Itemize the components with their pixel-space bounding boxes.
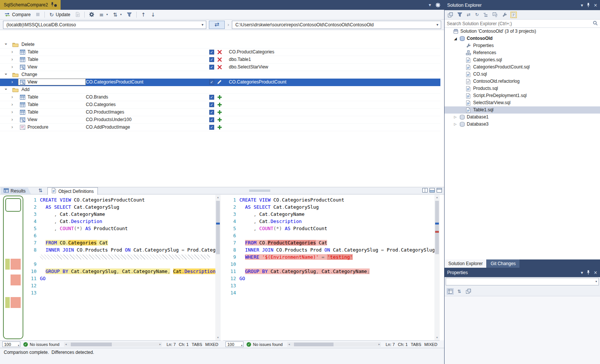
chevron-down-icon[interactable]: ▾ (429, 3, 431, 7)
tab-results[interactable]: Results (1, 188, 31, 194)
search-icon[interactable] (593, 21, 598, 26)
tree-item-selectstarview-sql[interactable]: SelectStarView.sql (445, 99, 600, 106)
compare-button[interactable]: Compare (2, 11, 33, 19)
expander-chevron-icon[interactable]: › (11, 57, 13, 62)
include-checkbox[interactable]: ✓ (209, 80, 214, 85)
expander-chevron-icon[interactable]: › (11, 49, 13, 55)
include-checkbox[interactable]: ✓ (209, 95, 214, 100)
expander-chevron-icon[interactable]: › (11, 124, 13, 130)
scrollbar-thumb[interactable] (216, 201, 220, 254)
compare-row[interactable]: ›View✓dbo.SelectStarView (0, 64, 440, 71)
scrollbar-thumb[interactable] (435, 201, 439, 254)
horizontal-scrollbar[interactable]: ◂▸ (287, 342, 381, 347)
tree-item-contosoold-refactorlog[interactable]: ContosoOld.refactorlog (445, 78, 600, 85)
filter-pending-changes-icon[interactable] (457, 12, 463, 17)
expander-chevron-icon[interactable]: › (11, 117, 13, 122)
tree-item-database3[interactable]: ▷Database3 (445, 121, 600, 128)
include-checkbox[interactable]: ✓ (209, 57, 214, 62)
show-all-files-icon[interactable] (511, 12, 516, 18)
compare-row[interactable]: ›TableCO.Brands✓ (0, 94, 440, 101)
scrollbar-thumb[interactable] (294, 343, 334, 346)
sync-with-active-document-icon[interactable]: ⇄ (466, 12, 471, 17)
properties-object-combobox[interactable]: ▾ (445, 277, 600, 287)
refresh-icon[interactable]: ↻ (474, 12, 480, 17)
expander-chevron-icon[interactable]: › (11, 64, 13, 70)
splitter-handle[interactable] (249, 189, 270, 192)
tree-item-solution-contosoold-3-of-3-projects[interactable]: Solution 'ContosoOld' (3 of 3 projects) (445, 28, 600, 35)
compare-row[interactable]: ›TableCO.ProductImages✓ (0, 109, 440, 116)
include-checkbox[interactable]: ✓ (209, 117, 214, 122)
tree-item-products-sql[interactable]: Products.sql (445, 85, 600, 92)
expander-chevron-icon[interactable]: › (3, 43, 9, 45)
zoom-combobox[interactable]: 100 %▾ (2, 341, 20, 347)
tab-git-changes[interactable]: Git Changes (487, 259, 519, 268)
expander-chevron-icon[interactable]: › (11, 79, 13, 85)
tree-item-co-sql[interactable]: CO.sql (445, 71, 600, 78)
group-row-delete[interactable]: ›Delete (0, 41, 440, 49)
source-combobox[interactable]: (localdb)\MSSQLLocalDB.Contoso ▾ (3, 21, 206, 29)
expand-arrow-icon[interactable]: ▷ (454, 121, 457, 128)
target-code[interactable]: 1CREATE VIEW CO.CategoriesProductCount2 … (223, 196, 434, 340)
collapse-all-icon[interactable] (492, 12, 498, 18)
include-checkbox[interactable]: ✓ (209, 65, 214, 70)
compare-row[interactable]: ›Table✓CO.ProductCategories (0, 49, 440, 56)
close-icon[interactable]: × (594, 3, 597, 8)
expander-chevron-icon[interactable]: › (11, 94, 13, 100)
include-checkbox[interactable]: ✓ (209, 102, 214, 107)
collapse-arrow-icon[interactable]: ◢ (454, 35, 457, 42)
chevron-down-icon[interactable]: ▾ (595, 280, 597, 283)
chevron-down-icon[interactable]: ▾ (199, 21, 206, 29)
switch-views-icon[interactable] (447, 12, 454, 18)
zoom-combobox[interactable]: 100 %▾ (225, 341, 244, 347)
scroll-down-icon[interactable]: ▾ (434, 335, 440, 340)
float-pane-icon[interactable] (437, 188, 442, 193)
compare-row[interactable]: ›ViewCO.ProductsUnder100✓ (0, 116, 440, 124)
tree-item-properties[interactable]: Properties (445, 42, 600, 49)
include-checkbox[interactable]: ✓ (209, 125, 214, 130)
property-pages-icon[interactable] (465, 288, 472, 294)
chevron-down-icon[interactable]: ▾ (434, 21, 441, 29)
scroll-up-icon[interactable]: ▴ (215, 195, 221, 200)
close-icon[interactable]: × (594, 270, 597, 275)
tree-item-database1[interactable]: ▷Database1 (445, 114, 600, 121)
pin-icon[interactable] (586, 270, 590, 275)
tree-item-categoriesproductcount-sql[interactable]: CategoriesProductCount.sql (445, 64, 600, 71)
search-input[interactable] (445, 21, 593, 26)
settings-gear-icon[interactable] (436, 3, 440, 8)
split-horizontal-icon[interactable] (429, 188, 435, 193)
include-checkbox[interactable]: ✓ (209, 50, 214, 55)
tab-object-definitions[interactable]: Object Definitions (47, 187, 98, 195)
nest-related-files-icon[interactable] (483, 12, 489, 18)
previous-difference-button[interactable]: ↑ (139, 11, 148, 19)
swap-panes-icon[interactable]: ⇅ (38, 188, 43, 193)
swap-source-target-button[interactable]: ⇄ (209, 21, 225, 29)
compare-row[interactable]: ›TableCO.Categories✓ (0, 101, 440, 109)
group-row-change[interactable]: ›Change (0, 71, 440, 79)
solution-explorer-search[interactable] (445, 20, 600, 28)
update-button[interactable]: ↻Update (47, 11, 72, 19)
expander-chevron-icon[interactable]: › (3, 73, 9, 75)
properties-titlebar[interactable]: Properties ▾× (445, 268, 600, 277)
scroll-down-icon[interactable]: ▾ (215, 335, 221, 340)
split-vertical-icon[interactable] (422, 188, 428, 193)
tree-item-references[interactable]: References (445, 49, 600, 56)
expand-arrow-icon[interactable]: ▷ (454, 114, 457, 121)
scroll-up-icon[interactable]: ▴ (434, 195, 440, 200)
compare-row[interactable]: ›ProcedureCO.AddProductImage✓ (0, 124, 440, 131)
chevron-down-icon[interactable]: ▾ (581, 270, 583, 275)
compare-row[interactable]: ›ViewCO.CategoriesProductCount✓CO.Catego… (0, 79, 440, 86)
pin-icon[interactable] (586, 3, 590, 8)
tree-item-categories-sql[interactable]: Categories.sql (445, 56, 600, 64)
sort-order-button[interactable]: ⇅▾ (111, 11, 124, 19)
generate-script-button[interactable] (73, 11, 82, 19)
alphabetical-icon[interactable]: ⇅ (457, 289, 462, 294)
group-row-add[interactable]: ›Add (0, 86, 440, 94)
compare-row[interactable]: ›Table✓dbo.Table1 (0, 56, 440, 64)
tab-solution-explorer[interactable]: Solution Explorer (445, 259, 486, 268)
solution-explorer-titlebar[interactable]: Solution Explorer ▾× (445, 0, 600, 10)
target-combobox[interactable]: C:\Users\drskwier\source\repos\ContosoOl… (232, 21, 441, 29)
diff-overview-map[interactable] (3, 196, 23, 339)
target-definition-editor[interactable]: 1CREATE VIEW CO.CategoriesProductCount2 … (223, 195, 440, 340)
expander-chevron-icon[interactable]: › (11, 102, 13, 107)
document-tab-sqlschemacompare2[interactable]: SqlSchemaCompare2 (0, 0, 61, 10)
